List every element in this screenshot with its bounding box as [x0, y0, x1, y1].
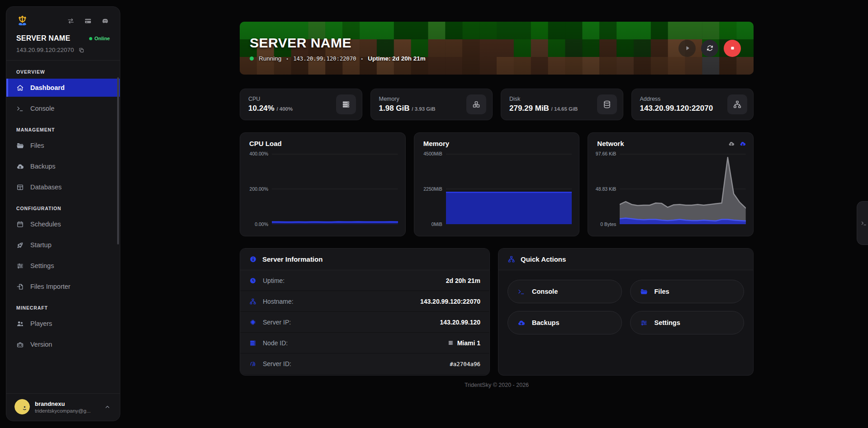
separator-dot: •	[286, 56, 288, 61]
info-row-label: Server ID:	[263, 360, 291, 367]
sidebar-top-icons	[67, 17, 109, 25]
billing-icon[interactable]	[84, 17, 92, 25]
stop-button[interactable]	[724, 40, 741, 57]
sidebar-item-version[interactable]: Version	[6, 335, 120, 353]
stat-limit: / 3.93 GiB	[412, 106, 435, 112]
transfer-icon[interactable]	[67, 17, 75, 25]
stat-limit: / 14.65 GiB	[551, 106, 578, 112]
server-address: 143.20.99.120:22070	[16, 47, 74, 53]
database-icon	[602, 100, 612, 109]
chart-header-icons	[728, 141, 746, 147]
sidebar-server-name: SERVER NAME	[16, 34, 70, 42]
server-icon	[249, 339, 256, 347]
info-row-server-id: Server ID: #a2704a96	[240, 353, 489, 374]
y-axis-tick-label: 48.83 KiB	[596, 186, 617, 192]
sidebar-item-label: Version	[30, 341, 52, 348]
info-row-hostname: Hostname: 143.20.99.120:22070	[240, 291, 489, 312]
sidebar-item-files-importer[interactable]: Files Importer	[6, 277, 120, 296]
main-content: SERVER NAME Running • 143.20.99.120:2207…	[240, 0, 754, 388]
start-button[interactable]	[678, 40, 696, 57]
nav-section-minecraft: MINECRAFTPlayersVersion	[6, 298, 120, 353]
table-icon	[16, 183, 24, 191]
trident-logo	[16, 15, 28, 27]
stat-value: 279.29 MiB / 14.65 GiB	[509, 104, 578, 113]
chart-card-cpu-load: CPU Load 400.00%200.00%0.00%	[240, 132, 406, 236]
sidebar-item-schedules[interactable]: Schedules	[6, 215, 120, 233]
server-information-panel: Server Information Uptime: 2d 20h 21m Ho…	[240, 248, 490, 376]
sidebar-item-settings[interactable]: Settings	[6, 257, 120, 275]
charts-row: CPU Load 400.00%200.00%0.00% Memory 4500…	[240, 132, 754, 236]
server-banner: SERVER NAME Running • 143.20.99.120:2207…	[240, 22, 754, 75]
stat-value: 143.20.99.120:22070	[640, 104, 713, 113]
chart-card-network: Network 97.66 KiB48.83 KiB0 Bytes	[588, 132, 754, 236]
info-row-label: Hostname:	[263, 298, 294, 305]
nav-section-overview: OVERVIEWDashboardConsole	[6, 62, 120, 118]
sidebar-item-label: Backups	[30, 163, 56, 170]
sidebar-item-label: Console	[30, 105, 54, 112]
users-icon	[16, 320, 24, 328]
play-icon	[683, 44, 691, 52]
info-row-label: Server IP:	[263, 319, 291, 326]
y-axis-tick-label: 200.00%	[250, 186, 268, 192]
cloud-upload-icon	[517, 319, 525, 327]
discord-icon[interactable]	[101, 17, 109, 25]
online-dot-icon	[89, 37, 92, 40]
chart-title: Network	[597, 140, 624, 147]
calendar-icon	[16, 221, 24, 228]
sliders-icon	[16, 262, 24, 270]
sidebar-item-label: Startup	[30, 241, 52, 249]
user-menu-button[interactable]: brandnexu tridentskycompany@g...	[6, 393, 120, 421]
sidebar-title-row: SERVER NAME Online	[6, 33, 120, 42]
nav-section-label: MANAGEMENT	[6, 120, 120, 136]
quick-action-label: Files	[655, 288, 669, 295]
quick-actions-title: Quick Actions	[521, 255, 566, 263]
power-buttons	[678, 40, 741, 57]
terminal-icon	[861, 220, 867, 226]
stat-icon-box	[466, 94, 486, 114]
banner-status-label: Running	[259, 55, 281, 62]
user-name: brandnexu	[35, 400, 99, 407]
info-row-label-group: Hostname:	[249, 298, 294, 305]
sitemap-icon	[508, 255, 515, 263]
y-axis-tick-label: 400.00%	[250, 151, 268, 156]
quick-action-settings[interactable]: Settings	[630, 311, 745, 334]
sidebar-item-label: Settings	[30, 262, 54, 269]
stat-card-memory: Memory 1.98 GiB / 3.93 GiB	[370, 89, 493, 120]
info-row-node-id: Node ID: Miami 1	[240, 333, 489, 353]
chart-header: Memory	[420, 140, 572, 147]
sidebar-scrollbar[interactable]	[117, 77, 119, 245]
memory-icon	[472, 100, 481, 109]
stat-icon-box	[727, 94, 747, 114]
sliders-icon	[640, 319, 648, 327]
copy-icon[interactable]	[78, 47, 85, 53]
restart-button[interactable]	[701, 40, 718, 57]
sidebar-item-backups[interactable]: Backups	[6, 157, 120, 175]
terminal-icon	[517, 288, 525, 296]
info-row-uptime: Uptime: 2d 20h 21m	[240, 270, 489, 291]
console-drawer-handle[interactable]	[857, 201, 868, 245]
sidebar-item-players[interactable]: Players	[6, 315, 120, 333]
chart-title: CPU Load	[249, 140, 282, 147]
quick-action-backups[interactable]: Backups	[508, 311, 622, 334]
y-axis-tick-label: 4500MiB	[423, 151, 442, 156]
server-icon	[448, 340, 454, 346]
folder-icon	[16, 142, 24, 150]
quick-action-files[interactable]: Files	[630, 280, 745, 303]
sidebar-item-console[interactable]: Console	[6, 99, 120, 118]
sidebar-item-dashboard[interactable]: Dashboard	[6, 79, 120, 97]
chart-header: Network	[593, 140, 746, 147]
stat-card-cpu: CPU 10.24% / 400%	[240, 89, 362, 120]
status-badge-label: Online	[95, 36, 110, 41]
sidebar-item-files[interactable]: Files	[6, 136, 120, 155]
user-email: tridentskycompany@g...	[35, 408, 99, 414]
nav-section-label: OVERVIEW	[6, 62, 120, 79]
sidebar-item-startup[interactable]: Startup	[6, 236, 120, 254]
quick-action-console[interactable]: Console	[508, 280, 622, 303]
stat-label: Address	[640, 96, 713, 102]
chart-card-memory: Memory 4500MiB2250MiB0MiB	[414, 132, 580, 236]
sidebar-item-databases[interactable]: Databases	[6, 178, 120, 196]
cloud-upload-icon	[728, 141, 735, 147]
terminal-icon	[16, 105, 24, 113]
sidebar-item-label: Databases	[30, 183, 62, 191]
info-row-label: Node ID:	[263, 339, 288, 347]
